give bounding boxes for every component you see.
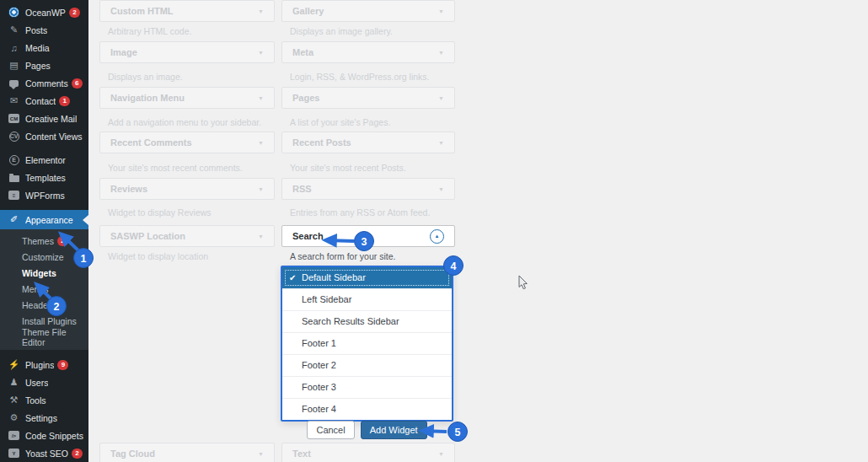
sidebar-item-label: Templates (25, 173, 66, 183)
dropdown-option-footer-4[interactable]: Footer 4 (282, 398, 452, 420)
dropdown-option-footer-1[interactable]: Footer 1 (282, 332, 452, 354)
dropdown-option-label: Footer 2 (302, 360, 336, 370)
dropdown-option-footer-2[interactable]: Footer 2 (282, 354, 452, 376)
notification-badge: 2 (69, 8, 80, 18)
sidebar-subitem-themes[interactable]: Themes2 (0, 233, 88, 249)
sidebar-item-plugins[interactable]: ⚡Plugins9 (0, 356, 88, 373)
widget-card-meta[interactable]: Meta▼ (281, 41, 455, 63)
sidebar-subitem-menus[interactable]: Menus (0, 281, 88, 297)
sidebar-item-label: Users (25, 378, 48, 388)
dropdown-option-left-sidebar[interactable]: Left Sidebar (282, 288, 452, 310)
chevron-down-icon: ▼ (438, 186, 444, 192)
sidebar-subitem-customize[interactable]: Customize (0, 249, 88, 265)
menu-gap (0, 145, 88, 151)
sidebar-item-label: WPForms (25, 191, 65, 201)
widget-description: Widget to display location (108, 251, 208, 261)
sidebar-item-code-snippets[interactable]: />Code Snippets (0, 427, 88, 444)
sidebar-item-posts[interactable]: ✎Posts (0, 21, 88, 39)
sidebar-subitem-widgets[interactable]: Widgets (0, 265, 88, 281)
chevron-down-icon: ▼ (258, 234, 264, 239)
add-widget-button[interactable]: Add Widget (361, 421, 427, 439)
sidebar-subitem-header[interactable]: Header (0, 297, 88, 313)
chevron-down-icon: ▼ (438, 50, 444, 56)
dropdown-option-search-results-sidebar[interactable]: Search Results Sidebar (282, 310, 452, 332)
sidebar-item-label: Tools (25, 395, 46, 406)
dropdown-option-label: Footer 4 (302, 404, 336, 414)
sidebar-subitem-label: Widgets (22, 268, 56, 278)
widget-card-search[interactable]: Search▲ (281, 225, 455, 247)
sidebar-item-creative-mail[interactable]: CMCreative Mail (0, 110, 88, 127)
sidebar-item-content-views[interactable]: CVContent Views (0, 127, 88, 145)
widget-card-reviews[interactable]: Reviews▼ (99, 178, 275, 200)
widget-title: Meta (292, 47, 313, 57)
widget-title: Recent Posts (292, 137, 351, 148)
widget-title: Text (292, 449, 311, 459)
sidebar-item-label: Comments (25, 78, 68, 89)
notification-badge: 2 (72, 449, 83, 459)
sidebar-item-contact[interactable]: ✉Contact1 (0, 92, 88, 110)
widget-card-text[interactable]: Text▼ (281, 443, 455, 462)
sidebar-item-comments[interactable]: Comments6 (0, 74, 88, 92)
creative-mail-icon: CM (8, 114, 20, 123)
admin-menu: OceanWP2✎Posts♫Media▤PagesComments6✉Cont… (0, 0, 88, 462)
widget-description: Entries from any RSS or Atom feed. (290, 207, 430, 218)
pushpin-icon: ✎ (8, 24, 20, 35)
widget-card-tag-cloud[interactable]: Tag Cloud▼ (99, 443, 275, 462)
sidebar-item-pages[interactable]: ▤Pages (0, 56, 88, 74)
widget-card-saswp-location[interactable]: SASWP Location▼ (99, 225, 275, 247)
widget-card-image[interactable]: Image▼ (99, 41, 275, 63)
widget-description: A list of your site's Pages. (290, 117, 390, 127)
chevron-down-icon: ▼ (438, 140, 444, 146)
widget-card-rss[interactable]: RSS▼ (281, 178, 455, 200)
sidebar-subitem-theme-file-editor[interactable]: Theme File Editor (0, 329, 88, 345)
oceanwp-logo-icon (8, 7, 20, 18)
wpforms-icon: ≡ (8, 191, 20, 200)
sidebar-item-media[interactable]: ♫Media (0, 39, 88, 56)
dropdown-option-label: Left Sidebar (302, 294, 351, 304)
sidebar-item-yoast-seo[interactable]: YYoast SEO2 (0, 444, 88, 462)
widget-title: Navigation Menu (110, 93, 185, 103)
cancel-button[interactable]: Cancel (307, 421, 354, 439)
sidebar-item-oceanwp[interactable]: OceanWP2 (0, 3, 88, 21)
widget-description: Add a navigation menu to your sidebar. (108, 117, 261, 127)
dropdown-option-footer-3[interactable]: Footer 3 (282, 376, 452, 398)
content-views-icon: CV (8, 132, 20, 142)
sidebar-item-wpforms[interactable]: ≡WPForms (0, 186, 88, 204)
sidebar-item-label: Content Views (25, 132, 83, 142)
widget-title: Gallery (292, 6, 324, 16)
chevron-down-icon: ▼ (258, 451, 264, 457)
widget-card-custom-html[interactable]: Custom HTML▼ (99, 0, 275, 22)
widget-card-recent-comments[interactable]: Recent Comments▼ (99, 132, 275, 153)
wordpress-admin-screen: OceanWP2✎Posts♫Media▤PagesComments6✉Cont… (0, 0, 868, 462)
sidebar-item-elementor[interactable]: EElementor (0, 151, 88, 169)
widget-card-gallery[interactable]: Gallery▼ (281, 0, 455, 22)
widget-title: Image (110, 47, 137, 57)
widget-description: Arbitrary HTML code. (108, 26, 191, 36)
notification-badge: 1 (59, 96, 70, 106)
widget-title: Custom HTML (110, 6, 174, 16)
sidebar-subitem-label: Install Plugins (22, 316, 77, 326)
sidebar-item-label: Pages (25, 61, 51, 71)
sidebar-item-appearance[interactable]: ✐Appearance (0, 210, 88, 229)
check-icon: ✔ (289, 267, 296, 288)
widget-title: Pages (292, 93, 319, 103)
collapse-widget-button[interactable]: ▲ (430, 229, 444, 244)
widget-card-navigation-menu[interactable]: Navigation Menu▼ (99, 87, 275, 109)
dropdown-option-default-sidebar[interactable]: ✔Default Sidebar (282, 267, 452, 288)
widget-card-pages[interactable]: Pages▼ (281, 87, 455, 109)
widget-title: Recent Comments (110, 137, 192, 148)
sidebar-item-settings[interactable]: ⚙Settings (0, 409, 88, 427)
dropdown-option-label: Footer 3 (302, 382, 336, 392)
pages-icon: ▤ (8, 60, 20, 71)
menu-gap (0, 204, 88, 210)
admin-sidebar: OceanWP2✎Posts♫Media▤PagesComments6✉Cont… (0, 0, 88, 462)
sidebar-item-users[interactable]: ♟Users (0, 373, 88, 391)
folder-icon (8, 174, 20, 182)
sidebar-item-templates[interactable]: Templates (0, 169, 88, 186)
dropdown-option-label: Footer 1 (302, 338, 336, 348)
widget-title: Search (292, 231, 324, 241)
media-icon: ♫ (8, 43, 20, 53)
yoast-icon: Y (8, 449, 20, 458)
widget-card-recent-posts[interactable]: Recent Posts▼ (281, 132, 455, 153)
sidebar-item-tools[interactable]: ⚒Tools (0, 391, 88, 409)
